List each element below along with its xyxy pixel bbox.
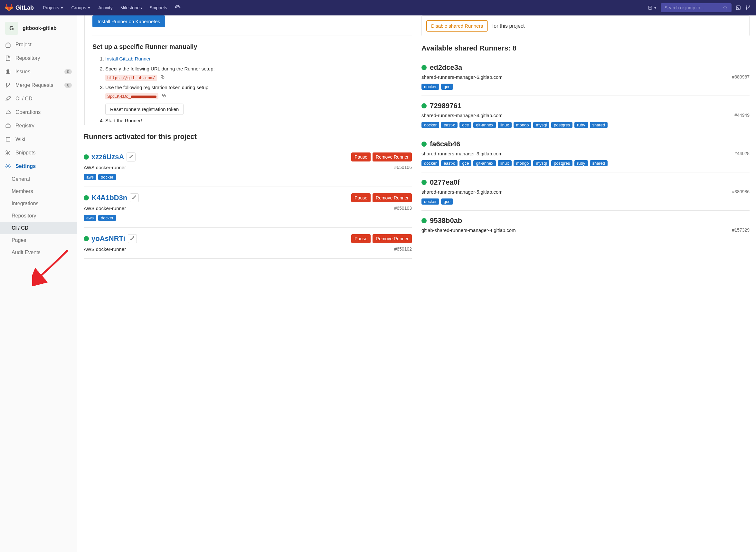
chevron-down-icon: ▼	[654, 6, 657, 10]
sub-members[interactable]: Members	[0, 185, 77, 197]
step-text: Start the Runner!	[105, 116, 412, 125]
svg-rect-13	[6, 125, 10, 128]
sidebar-item-label: Wiki	[15, 136, 25, 142]
edit-runner-icon[interactable]	[126, 152, 135, 161]
copy-token-icon[interactable]	[161, 93, 166, 99]
runner-desc: AWS docker-runner	[84, 165, 126, 170]
tag: docker	[421, 160, 439, 166]
sub-integrations[interactable]: Integrations	[0, 197, 77, 210]
runner-name-link[interactable]: K4A1bD3n	[91, 194, 127, 202]
sidebar-item-label: Operations	[15, 109, 40, 115]
sidebar-item-operations[interactable]: Operations	[0, 106, 77, 119]
install-gitlab-runner-link[interactable]: Install GitLab Runner	[105, 56, 151, 61]
shared-runner-card: 72989761 shared-runners-manager-4.gitlab…	[421, 96, 750, 134]
pause-runner-button[interactable]: Pause	[351, 193, 370, 202]
disable-note: for this project	[492, 23, 525, 29]
copy-url-icon[interactable]	[160, 75, 165, 80]
remove-runner-button[interactable]: Remove Runner	[372, 234, 412, 243]
step-text: Specify the following URL during the Run…	[105, 66, 215, 72]
pause-runner-button[interactable]: Pause	[351, 152, 370, 161]
tag: mongo	[514, 122, 532, 128]
sidebar-item-cicd[interactable]: CI / CD	[0, 92, 77, 106]
sidebar-item-merge-requests[interactable]: Merge Requests 0	[0, 79, 77, 92]
sidebar-item-label: Snippets	[15, 150, 35, 156]
tag-list: dockereast-cgcegit-annexlinuxmongomysqlp…	[421, 160, 750, 166]
svg-point-1	[724, 6, 727, 9]
svg-rect-9	[9, 71, 10, 74]
status-dot-online	[421, 142, 427, 147]
chevron-down-icon: ▼	[61, 6, 64, 10]
sidebar-item-label: CI / CD	[15, 96, 32, 102]
plus-dropdown[interactable]: ▼	[648, 5, 657, 10]
top-header: GitLab Projects ▼ Groups ▼ Activity Mile…	[0, 0, 756, 15]
sub-audit-events[interactable]: Audit Events	[0, 246, 77, 259]
tag: mongo	[514, 160, 532, 166]
available-shared-title: Available shared Runners: 8	[421, 44, 750, 52]
sub-pages[interactable]: Pages	[0, 234, 77, 246]
runner-name-link[interactable]: xzz6UzsA	[91, 153, 124, 161]
nav-projects[interactable]: Projects ▼	[39, 0, 67, 15]
tag: east-c	[441, 122, 457, 128]
remove-runner-button[interactable]: Remove Runner	[372, 193, 412, 202]
sidebar-item-label: Members	[12, 188, 33, 194]
nav-snippets[interactable]: Snippets	[146, 0, 171, 15]
svg-point-15	[6, 153, 7, 155]
search-input[interactable]	[665, 5, 723, 10]
sidebar-item-label: Issues	[15, 69, 30, 75]
file-icon	[5, 55, 11, 61]
tag: ruby	[574, 160, 587, 166]
gitlab-logo[interactable]: GitLab	[5, 4, 34, 12]
nav-groups[interactable]: Groups ▼	[67, 0, 94, 15]
search-box[interactable]	[661, 3, 732, 12]
setup-title: Set up a specific Runner manually	[92, 43, 412, 50]
tag-list: awsdocker	[84, 174, 412, 180]
pause-runner-button[interactable]: Pause	[351, 234, 370, 243]
remove-runner-button[interactable]: Remove Runner	[372, 152, 412, 161]
shared-runner-card: ed2dce3a shared-runners-manager-6.gitlab…	[421, 57, 750, 96]
sub-general[interactable]: General	[0, 173, 77, 185]
sub-repository[interactable]: Repository	[0, 210, 77, 222]
install-runner-button[interactable]: Install Runner on Kubernetes	[92, 15, 165, 27]
tag-list: dockereast-cgcegit-annexlinuxmongomysqlp…	[421, 122, 750, 128]
sub-cicd[interactable]: CI / CD	[0, 222, 77, 234]
tag: gce	[459, 122, 471, 128]
runner-name-link[interactable]: yoAsNRTi	[91, 235, 125, 243]
tag-list: dockergce	[421, 84, 750, 90]
cloud-icon	[5, 109, 11, 115]
nav-milestones[interactable]: Milestones	[117, 0, 146, 15]
status-dot-online	[421, 65, 427, 70]
sidebar-item-label: Repository	[15, 55, 40, 61]
tag: aws	[84, 174, 96, 180]
merge-header-icon[interactable]	[745, 5, 751, 11]
reset-token-button[interactable]: Reset runners registration token	[105, 104, 184, 115]
project-avatar: G	[5, 22, 18, 35]
disable-shared-button[interactable]: Disable shared Runners	[426, 20, 488, 31]
sidebar-item-snippets[interactable]: Snippets	[0, 146, 77, 160]
edit-runner-icon[interactable]	[130, 193, 139, 202]
nav-activity[interactable]: Activity	[94, 0, 116, 15]
shared-runner-name: 0277ea0f	[430, 178, 460, 186]
sidebar-item-wiki[interactable]: Wiki	[0, 133, 77, 146]
sidebar-item-settings[interactable]: Settings	[0, 160, 77, 173]
edit-runner-icon[interactable]	[128, 234, 137, 243]
tanuki-icon	[5, 4, 13, 12]
activated-runners-title: Runners activated for this project	[84, 133, 412, 141]
sidebar-item-repository[interactable]: Repository	[0, 51, 77, 65]
svg-point-11	[6, 86, 7, 87]
issues-header-icon[interactable]	[735, 5, 741, 11]
project-name: gitbook-gitlab	[22, 25, 57, 31]
sidebar-item-registry[interactable]: Registry	[0, 119, 77, 133]
nav-performance[interactable]	[171, 0, 185, 15]
gear-icon	[5, 163, 11, 169]
sidebar-item-label: Integrations	[12, 201, 39, 206]
project-header[interactable]: G gitbook-gitlab	[0, 19, 77, 38]
issues-icon	[5, 69, 11, 75]
redaction	[131, 96, 156, 98]
sidebar-item-project[interactable]: Project	[0, 38, 77, 51]
search-icon	[723, 5, 728, 10]
sidebar-item-label: CI / CD	[12, 225, 28, 231]
tag: shared	[590, 160, 608, 166]
sidebar-item-issues[interactable]: Issues 0	[0, 65, 77, 79]
tag: shared	[590, 122, 608, 128]
status-dot-online	[84, 236, 89, 241]
